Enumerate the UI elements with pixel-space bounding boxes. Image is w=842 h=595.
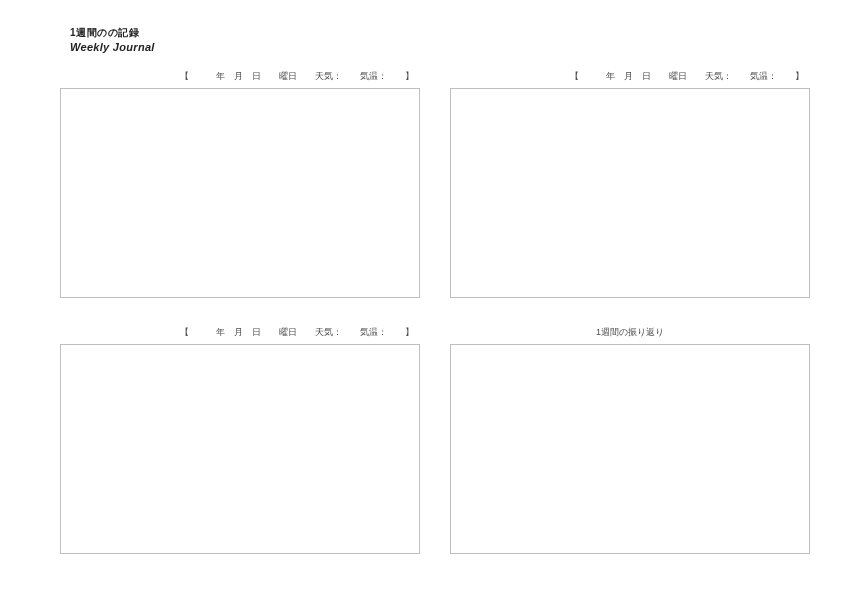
header-title-en: Weekly Journal <box>70 41 155 53</box>
entry-date-header: 【 年 月 日 曜日 天気： 気温： 】 <box>60 326 420 338</box>
page-header: 1週間のの記録 Weekly Journal <box>70 26 155 53</box>
journal-grid: 【 年 月 日 曜日 天気： 気温： 】 【 年 月 日 曜日 天気： 気温： … <box>60 70 810 554</box>
entry-writing-area[interactable] <box>60 88 420 298</box>
entry-writing-area[interactable] <box>60 344 420 554</box>
entry-panel-1: 【 年 月 日 曜日 天気： 気温： 】 <box>60 70 420 298</box>
review-header: 1週間の振り返り <box>450 326 810 338</box>
review-panel: 1週間の振り返り <box>450 326 810 554</box>
header-title-jp: 1週間のの記録 <box>70 26 155 40</box>
entry-date-header: 【 年 月 日 曜日 天気： 気温： 】 <box>60 70 420 82</box>
entry-writing-area[interactable] <box>450 88 810 298</box>
entry-date-header: 【 年 月 日 曜日 天気： 気温： 】 <box>450 70 810 82</box>
entry-panel-2: 【 年 月 日 曜日 天気： 気温： 】 <box>450 70 810 298</box>
entry-panel-3: 【 年 月 日 曜日 天気： 気温： 】 <box>60 326 420 554</box>
review-writing-area[interactable] <box>450 344 810 554</box>
